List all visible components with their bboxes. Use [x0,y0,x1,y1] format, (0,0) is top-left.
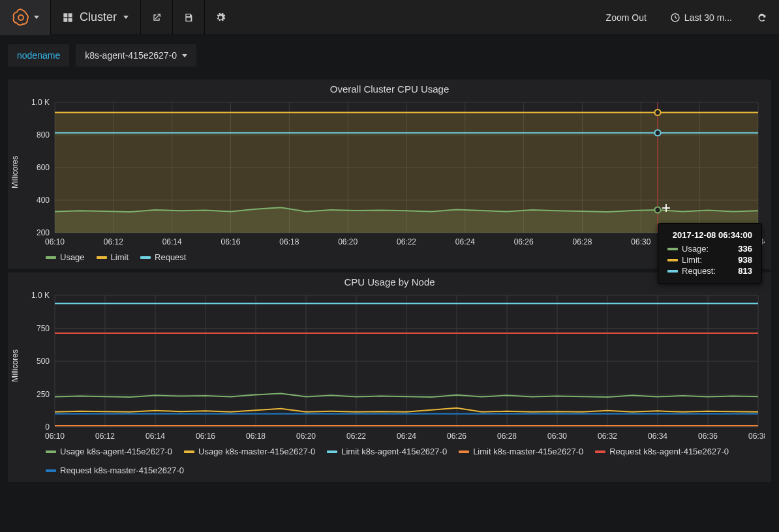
chart-legend: Usage k8s-agent-415e2627-0Usage k8s-mast… [8,441,771,482]
dashboard-title: Cluster [80,10,117,24]
svg-text:06:28: 06:28 [497,432,517,441]
navbar: Cluster Zoom Out Last 30 m... [0,0,779,35]
y-axis-label: Millicores [8,290,22,441]
svg-text:06:26: 06:26 [447,432,466,441]
legend-label: Usage k8s-master-415e2627-0 [198,447,315,456]
dashboard-icon [63,12,73,23]
svg-text:06:22: 06:22 [397,237,416,246]
svg-text:06:14: 06:14 [145,432,165,441]
y-axis-label: Millicores [8,97,22,247]
share-button[interactable] [141,0,173,35]
svg-text:06:24: 06:24 [397,432,416,441]
chevron-down-icon [182,54,187,57]
legend-swatch [327,451,337,453]
gear-icon [215,12,226,23]
svg-point-43 [655,207,661,213]
legend-label: Request [155,252,186,262]
legend-swatch [46,451,56,453]
svg-text:06:16: 06:16 [196,432,215,441]
variable-value-dropdown[interactable]: k8s-agent-415e2627-0 [76,44,196,66]
tooltip-row: Limit:938 [667,255,752,265]
save-icon [183,12,194,23]
svg-text:06:30: 06:30 [547,432,567,441]
svg-text:200: 200 [37,228,50,237]
svg-text:06:22: 06:22 [346,432,366,441]
time-picker-button[interactable]: Last 30 m... [658,0,744,35]
legend-item[interactable]: Request k8s-master-415e2627-0 [46,466,184,475]
svg-rect-2 [69,13,72,17]
legend-swatch [46,469,56,472]
svg-text:06:12: 06:12 [95,432,115,441]
panel-cpu-overall: Overall Cluster CPU Usage Millicores 200… [8,80,771,269]
zoom-out-button[interactable]: Zoom Out [594,0,658,35]
svg-rect-1 [63,13,67,17]
legend-item[interactable]: Limit k8s-agent-415e2627-0 [327,447,447,456]
variable-row: nodename k8s-agent-415e2627-0 [0,35,779,76]
legend-label: Request k8s-master-415e2627-0 [60,466,184,475]
chevron-down-icon [34,16,39,19]
svg-rect-3 [63,18,67,22]
grafana-logo-button[interactable] [0,0,51,35]
svg-point-44 [655,110,661,115]
legend-item[interactable]: Request k8s-agent-415e2627-0 [595,447,729,456]
svg-point-0 [18,15,23,20]
refresh-icon [756,12,767,23]
refresh-button[interactable] [744,0,779,35]
legend-swatch [97,256,107,259]
panel-cpu-by-node: CPU Usage by Node Millicores 02505007501… [8,273,771,482]
legend-item[interactable]: Usage [46,252,85,262]
legend-item[interactable]: Limit k8s-master-415e2627-0 [459,447,583,456]
legend-label: Usage k8s-agent-415e2627-0 [60,447,172,456]
svg-text:06:30: 06:30 [631,237,650,246]
chevron-down-icon [123,16,129,19]
svg-text:06:38: 06:38 [748,432,765,441]
svg-text:0: 0 [45,422,50,432]
svg-text:750: 750 [37,324,50,333]
svg-text:06:10: 06:10 [45,432,65,441]
grafana-icon [12,8,30,27]
svg-text:06:18: 06:18 [246,432,266,441]
svg-text:800: 800 [37,130,50,140]
chart-svg[interactable]: 2004006008001.0 K06:1006:1206:1406:1606:… [22,97,765,247]
share-icon [151,12,162,23]
svg-text:06:34: 06:34 [648,432,667,441]
legend-label: Limit k8s-master-415e2627-0 [473,447,583,456]
svg-text:500: 500 [37,357,50,366]
legend-item[interactable]: Usage k8s-master-415e2627-0 [184,447,315,456]
svg-text:600: 600 [37,163,50,172]
legend-item[interactable]: Limit [97,252,129,262]
svg-text:1.0 K: 1.0 K [31,291,50,300]
legend-swatch [46,256,56,259]
legend-label: Limit k8s-agent-415e2627-0 [341,447,447,456]
hover-tooltip: 2017-12-08 06:34:00 Usage:336Limit:938Re… [658,223,762,284]
variable-label[interactable]: nodename [8,44,69,66]
chart-svg[interactable]: 02505007501.0 K06:1006:1206:1406:1606:18… [22,290,765,441]
svg-text:06:10: 06:10 [45,237,65,246]
svg-text:06:18: 06:18 [279,237,299,246]
dashboard-title-button[interactable]: Cluster [51,0,141,35]
panel-title[interactable]: CPU Usage by Node [8,273,771,290]
save-button[interactable] [173,0,205,35]
settings-button[interactable] [205,0,236,35]
svg-text:400: 400 [37,196,50,205]
svg-text:06:14: 06:14 [162,237,182,246]
svg-text:06:36: 06:36 [698,432,718,441]
svg-text:1.0 K: 1.0 K [31,98,50,107]
legend-swatch [184,451,194,453]
legend-item[interactable]: Request [140,252,186,262]
svg-rect-4 [69,18,72,22]
legend-label: Usage [60,252,85,262]
tooltip-row: Usage:336 [667,244,752,254]
legend-swatch [595,451,605,453]
svg-text:06:20: 06:20 [296,432,316,441]
legend-label: Request k8s-agent-415e2627-0 [609,447,729,456]
legend-swatch [140,256,151,259]
svg-text:06:24: 06:24 [455,237,475,246]
legend-label: Limit [111,252,129,262]
svg-text:06:16: 06:16 [221,237,240,246]
panel-title[interactable]: Overall Cluster CPU Usage [8,80,771,97]
svg-text:250: 250 [37,390,50,399]
legend-item[interactable]: Usage k8s-agent-415e2627-0 [46,447,172,456]
svg-text:06:26: 06:26 [514,237,534,246]
chart-legend: UsageLimitRequest [8,247,771,269]
